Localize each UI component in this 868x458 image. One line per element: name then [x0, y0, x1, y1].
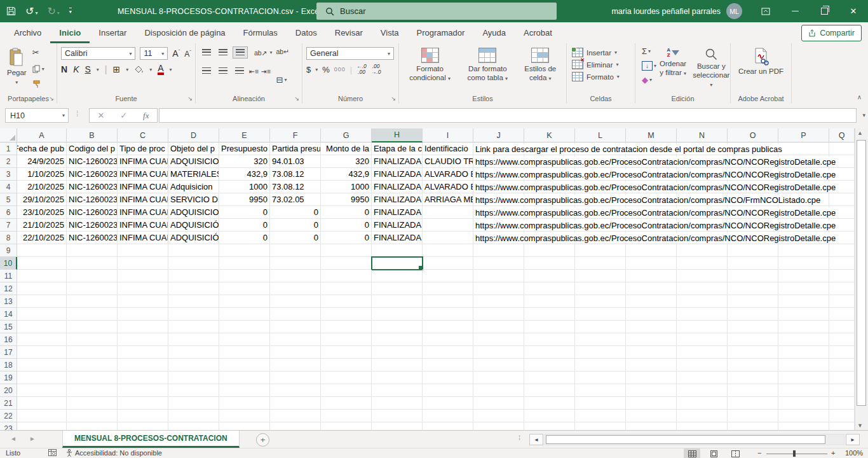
clear-button[interactable]: ◆▾ — [642, 75, 656, 85]
cell-F1[interactable]: Partida presu — [270, 142, 321, 155]
column-header-P[interactable]: P — [778, 128, 829, 142]
cell-L15[interactable] — [575, 321, 626, 333]
cell-C5[interactable]: INFIMA CUANTIA — [118, 193, 168, 206]
cell-H20[interactable] — [372, 384, 423, 397]
cell-N15[interactable] — [677, 321, 728, 333]
cell-N20[interactable] — [677, 384, 728, 397]
cell-B16[interactable] — [67, 333, 118, 346]
cell-G14[interactable] — [321, 308, 372, 321]
cell-G10[interactable] — [321, 257, 372, 270]
row-header-17[interactable]: 17 — [0, 346, 17, 359]
tab-programador[interactable]: Programador — [408, 22, 474, 43]
row-header-5[interactable]: 5 — [0, 193, 17, 206]
row-header-20[interactable]: 20 — [0, 384, 17, 397]
row-header-12[interactable]: 12 — [0, 282, 17, 295]
cell-L21[interactable] — [575, 397, 626, 410]
cell-C23[interactable] — [118, 422, 168, 430]
cell-J23[interactable] — [473, 422, 524, 430]
cell-J8[interactable]: https://www.compraspublicas.gob.ec/Proce… — [473, 232, 524, 244]
cell-G20[interactable] — [321, 384, 372, 397]
cell-D7[interactable]: ADQUISICIÓN — [168, 219, 219, 232]
scroll-left-button[interactable]: ◄ — [529, 434, 543, 445]
cell-D3[interactable]: MATERIALES — [168, 168, 219, 181]
page-break-view-button[interactable] — [727, 448, 743, 458]
cell-O18[interactable] — [728, 359, 778, 371]
tab-revisar[interactable]: Revisar — [326, 22, 372, 43]
cell-E2[interactable]: 320 — [219, 155, 270, 168]
cell-A13[interactable] — [17, 295, 67, 308]
cell-N16[interactable] — [677, 333, 728, 346]
cell-G1[interactable]: Monto de la — [321, 142, 372, 155]
cell-A23[interactable] — [17, 422, 67, 430]
cell-C9[interactable] — [118, 244, 168, 257]
format-cells-button[interactable]: Formato▾ — [571, 71, 631, 83]
cell-C20[interactable] — [118, 384, 168, 397]
cell-E14[interactable] — [219, 308, 270, 321]
tab-disposicion[interactable]: Disposición de página — [135, 22, 234, 43]
column-header-F[interactable]: F — [270, 128, 321, 142]
cell-E20[interactable] — [219, 384, 270, 397]
column-header-O[interactable]: O — [728, 128, 778, 142]
fill-color-button[interactable] — [134, 66, 144, 74]
cell-Q13[interactable] — [829, 295, 855, 308]
cell-E23[interactable] — [219, 422, 270, 430]
cell-I11[interactable] — [423, 270, 473, 282]
cell-C22[interactable] — [118, 410, 168, 422]
cell-C2[interactable]: INFIMA CUANTIA — [118, 155, 168, 168]
cell-H15[interactable] — [372, 321, 423, 333]
cell-D18[interactable] — [168, 359, 219, 371]
cell-C8[interactable]: INFIMA CUANTIA — [118, 232, 168, 244]
tab-insertar[interactable]: Insertar — [90, 22, 135, 43]
cell-B1[interactable]: Codigo del p — [67, 142, 118, 155]
cell-H8[interactable]: FINALIZADA — [372, 232, 423, 244]
cell-P12[interactable] — [778, 282, 829, 295]
row-header-16[interactable]: 16 — [0, 333, 17, 346]
bold-button[interactable]: N — [61, 64, 67, 74]
cell-G21[interactable] — [321, 397, 372, 410]
cell-E11[interactable] — [219, 270, 270, 282]
cell-I16[interactable] — [423, 333, 473, 346]
align-bottom-button[interactable] — [233, 46, 248, 59]
cell-M19[interactable] — [626, 371, 677, 384]
cell-E6[interactable]: 0 — [219, 206, 270, 219]
tab-inicio[interactable]: Inicio — [50, 22, 90, 43]
cell-D16[interactable] — [168, 333, 219, 346]
delete-cells-button[interactable]: Eliminar▾ — [571, 59, 631, 71]
add-sheet-button[interactable]: + — [256, 433, 269, 447]
cell-F16[interactable] — [270, 333, 321, 346]
column-header-G[interactable]: G — [321, 128, 372, 142]
cell-J18[interactable] — [473, 359, 524, 371]
name-box[interactable]: H10▾ — [5, 108, 69, 123]
cell-D11[interactable] — [168, 270, 219, 282]
cell-B22[interactable] — [67, 410, 118, 422]
cell-H17[interactable] — [372, 346, 423, 359]
cell-B5[interactable]: NIC-1260023 — [67, 193, 118, 206]
cell-B18[interactable] — [67, 359, 118, 371]
horizontal-scrollbar-thumb[interactable] — [546, 435, 825, 444]
cell-J3[interactable]: https://www.compraspublicas.gob.ec/Proce… — [473, 168, 524, 181]
cell-P10[interactable] — [778, 257, 829, 270]
cell-O14[interactable] — [728, 308, 778, 321]
cell-K14[interactable] — [524, 308, 575, 321]
cell-L20[interactable] — [575, 384, 626, 397]
cell-I19[interactable] — [423, 371, 473, 384]
cell-C7[interactable]: INFIMA CUANTIA — [118, 219, 168, 232]
cell-J9[interactable] — [473, 244, 524, 257]
cell-I6[interactable] — [423, 206, 473, 219]
cell-Q19[interactable] — [829, 371, 855, 384]
vertical-scrollbar[interactable]: ▲ ▼ — [855, 128, 868, 430]
cell-E16[interactable] — [219, 333, 270, 346]
cell-P22[interactable] — [778, 410, 829, 422]
cell-H19[interactable] — [372, 371, 423, 384]
format-as-table-button[interactable]: Dar formato como tabla ▾ — [457, 46, 518, 84]
row-header-2[interactable]: 2 — [0, 155, 17, 168]
cell-P1[interactable] — [778, 142, 829, 155]
scroll-down-icon[interactable]: ▼ — [857, 422, 863, 429]
cell-N14[interactable] — [677, 308, 728, 321]
undo-button[interactable]: ↺▾ — [25, 6, 37, 17]
cell-I18[interactable] — [423, 359, 473, 371]
cell-A9[interactable] — [17, 244, 67, 257]
cell-M22[interactable] — [626, 410, 677, 422]
cell-B14[interactable] — [67, 308, 118, 321]
align-top-button[interactable] — [200, 46, 214, 59]
